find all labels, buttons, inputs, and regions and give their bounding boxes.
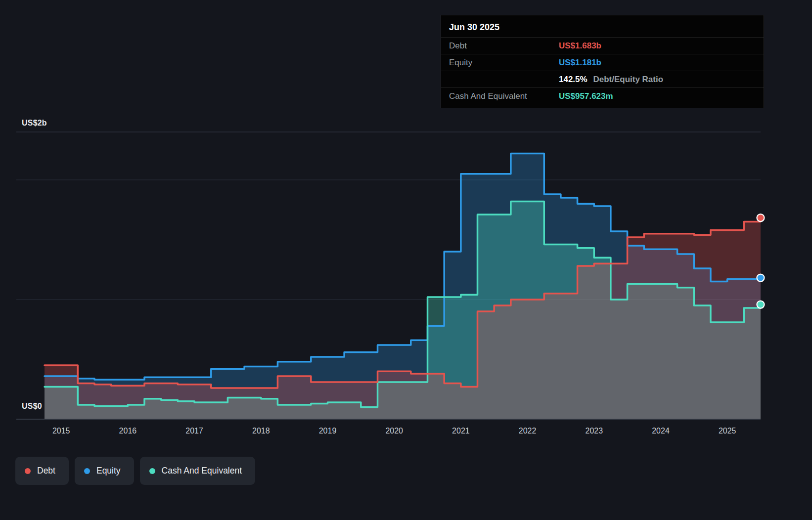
debt-legend-dot-icon xyxy=(25,468,31,474)
tooltip-cash-label: Cash And Equivalent xyxy=(449,91,559,101)
tooltip-cash-value: US$957.623m xyxy=(559,91,756,101)
tooltip-ratio-value: 142.5% xyxy=(559,75,587,84)
x-axis-label-2021: 2021 xyxy=(452,427,470,435)
equity-legend-dot-icon xyxy=(84,468,90,474)
x-axis-label-2017: 2017 xyxy=(185,427,203,435)
chart-tooltip: Jun 30 2025 Debt US$1.683b Equity US$1.1… xyxy=(441,15,764,108)
cash-legend-dot-icon xyxy=(149,468,155,474)
y-axis-max-label: US$2b xyxy=(22,119,47,128)
debt-equity-history-panel: 2015201620172018201920202021202220232024… xyxy=(0,0,812,520)
equity-endpoint-marker[interactable] xyxy=(757,274,765,282)
tooltip-row-debt: Debt US$1.683b xyxy=(441,37,764,54)
x-axis-label-2022: 2022 xyxy=(519,427,537,435)
tooltip-date: Jun 30 2025 xyxy=(441,15,764,37)
cash-endpoint-marker[interactable] xyxy=(757,301,765,308)
tooltip-row-cash: Cash And Equivalent US$957.623m xyxy=(441,87,764,104)
legend-item-debt[interactable]: Debt xyxy=(15,457,69,485)
debt-endpoint-marker[interactable] xyxy=(757,214,765,221)
y-axis-min-label: US$0 xyxy=(22,402,42,411)
x-axis-label-2023: 2023 xyxy=(586,427,603,435)
x-axis-label-2019: 2019 xyxy=(319,427,337,435)
x-axis-label-2018: 2018 xyxy=(252,427,270,435)
x-axis-label-2015: 2015 xyxy=(52,427,70,435)
legend-debt-label: Debt xyxy=(37,466,55,476)
tooltip-debt-value: US$1.683b xyxy=(559,41,756,51)
x-axis-label-2020: 2020 xyxy=(385,427,403,435)
tooltip-row-ratio: 142.5% Debt/Equity Ratio xyxy=(441,71,764,87)
chart-legend: Debt Equity Cash And Equivalent xyxy=(15,457,255,485)
legend-cash-label: Cash And Equivalent xyxy=(162,466,242,476)
tooltip-debt-label: Debt xyxy=(449,41,559,51)
x-axis-label-2024: 2024 xyxy=(652,427,670,435)
legend-item-cash[interactable]: Cash And Equivalent xyxy=(140,457,255,485)
tooltip-row-equity: Equity US$1.181b xyxy=(441,54,764,71)
x-axis-label-2016: 2016 xyxy=(119,427,137,435)
tooltip-ratio: 142.5% Debt/Equity Ratio xyxy=(559,75,756,85)
legend-equity-label: Equity xyxy=(96,466,121,476)
tooltip-ratio-label: Debt/Equity Ratio xyxy=(593,75,663,84)
x-axis-label-2025: 2025 xyxy=(719,427,736,435)
tooltip-equity-label: Equity xyxy=(449,58,559,68)
debt-area xyxy=(45,218,761,419)
legend-item-equity[interactable]: Equity xyxy=(75,457,134,485)
tooltip-equity-value: US$1.181b xyxy=(559,58,756,68)
